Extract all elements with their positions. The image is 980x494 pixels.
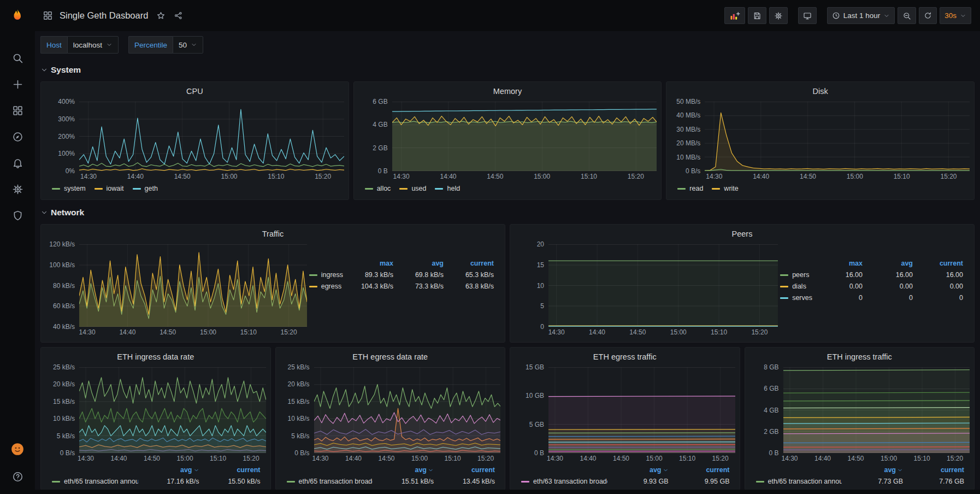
y-tick-label: 15 kB/s xyxy=(53,398,75,405)
variable-value-dropdown[interactable]: localhost xyxy=(67,36,119,54)
legend-header-max[interactable]: max xyxy=(812,260,863,267)
legend-item-held[interactable]: held xyxy=(435,185,460,192)
panel-title[interactable]: ETH ingress traffic xyxy=(749,351,970,364)
y-axis: 40 kB/s60 kB/s80 kB/s100 kB/s120 kB/s xyxy=(45,244,79,327)
panel-traffic: Traffic40 kB/s60 kB/s80 kB/s100 kB/s120 … xyxy=(40,224,505,343)
legend-header-avg[interactable]: avg xyxy=(842,466,903,474)
legend-series-name[interactable]: eth/65 transaction announcement xyxy=(756,478,842,485)
zoom-out-button[interactable] xyxy=(898,7,916,24)
clock-icon xyxy=(832,11,840,20)
legend-header-avg[interactable]: avg xyxy=(393,260,444,267)
y-tick-label: 5 kB/s xyxy=(291,432,309,440)
x-tick-label: 15:10 xyxy=(240,328,257,336)
x-tick-label: 15:00 xyxy=(221,173,237,180)
row-toggle-network[interactable]: Network xyxy=(40,204,975,221)
time-range-picker[interactable]: Last 1 hour xyxy=(827,7,895,24)
logo-icon xyxy=(10,8,25,23)
series-color-dash xyxy=(435,188,443,190)
legend-item-system[interactable]: system xyxy=(52,185,86,192)
legend-item-used[interactable]: used xyxy=(399,185,426,192)
panel-title[interactable]: ETH ingress data rate xyxy=(45,351,266,364)
legend-header-current[interactable]: current xyxy=(444,260,494,267)
sidebar-help-button[interactable] xyxy=(4,466,31,487)
legend-header-avg[interactable]: avg xyxy=(863,260,913,267)
legend-series-name[interactable]: ingress xyxy=(309,271,343,279)
eth-ingress-traffic-chart-canvas[interactable] xyxy=(783,367,970,453)
legend-header-current[interactable]: current xyxy=(903,466,964,474)
disk-chart-canvas[interactable] xyxy=(705,102,970,171)
share-button[interactable] xyxy=(172,9,185,22)
sidebar-apps-button[interactable] xyxy=(4,99,31,121)
legend-header-avg[interactable]: avg xyxy=(607,466,669,474)
sidebar-search-button[interactable] xyxy=(4,47,31,69)
sidebar-gear-button[interactable] xyxy=(4,178,31,200)
panel-cpu: CPU0%100%200%300%400%14:3014:4014:5015:0… xyxy=(40,81,349,200)
legend-value: 0 xyxy=(913,294,963,302)
legend-series-name[interactable]: egress xyxy=(309,283,343,290)
cpu-chart-canvas[interactable] xyxy=(79,102,344,171)
legend-series-name[interactable]: eth/65 transaction announcement xyxy=(52,478,138,485)
row-title: System xyxy=(51,65,81,75)
legend-item-geth[interactable]: geth xyxy=(133,185,158,192)
legend-label: system xyxy=(64,185,86,192)
dashboard-settings-button[interactable] xyxy=(769,7,788,24)
legend-series-name[interactable]: eth/63 transaction broadcast xyxy=(521,478,607,485)
eth-egress-data-rate-chart-canvas[interactable] xyxy=(314,367,501,453)
y-tick-label: 15 GB xyxy=(526,363,544,371)
row-toggle-system[interactable]: System xyxy=(40,62,975,78)
panel-title[interactable]: Memory xyxy=(358,85,657,98)
y-axis: 05101520 xyxy=(515,244,548,327)
refresh-interval-picker[interactable]: 30s xyxy=(940,7,971,24)
legend-series-name[interactable]: serves xyxy=(780,294,812,302)
series-color-dash xyxy=(309,274,317,276)
x-axis: 14:3014:4014:5015:0015:1015:20 xyxy=(705,171,970,182)
panel-title[interactable]: ETH egress data rate xyxy=(280,351,501,364)
refresh-button[interactable] xyxy=(919,7,937,24)
panel-title[interactable]: Peers xyxy=(515,228,970,241)
eth-egress-traffic-chart-canvas[interactable] xyxy=(548,367,735,453)
variable-value-dropdown[interactable]: 50 xyxy=(173,36,203,54)
x-tick-label: 14:30 xyxy=(393,173,410,180)
x-tick-label: 15:20 xyxy=(477,455,494,462)
legend-header-max[interactable]: max xyxy=(343,260,393,267)
panel-title[interactable]: ETH egress traffic xyxy=(515,351,735,364)
sidebar-avatar-button[interactable] xyxy=(4,438,31,460)
peers-chart-canvas[interactable] xyxy=(548,244,778,327)
legend-item-iowait[interactable]: iowait xyxy=(95,185,124,192)
legend-header-current[interactable]: current xyxy=(434,466,495,474)
legend-series-name[interactable]: peers xyxy=(780,271,812,279)
legend-series-name[interactable]: eth/65 transaction broadcast xyxy=(287,478,373,485)
legend-item-write[interactable]: write xyxy=(712,185,738,192)
y-tick-label: 4 GB xyxy=(764,407,778,414)
sidebar-bell-button[interactable] xyxy=(4,152,31,174)
y-tick-label: 0 B/s xyxy=(294,449,309,457)
panel-disk: Disk0 B/s10 MB/s20 MB/s30 MB/s40 MB/s50 … xyxy=(666,81,975,200)
panel-title[interactable]: Disk xyxy=(671,85,970,98)
panel-title[interactable]: Traffic xyxy=(45,228,500,241)
help-icon xyxy=(12,471,23,483)
grafana-logo[interactable] xyxy=(0,0,35,32)
sidebar-compass-button[interactable] xyxy=(4,126,31,148)
traffic-chart-canvas[interactable] xyxy=(79,244,307,327)
legend-header-current[interactable]: current xyxy=(669,466,730,474)
panel-title[interactable]: CPU xyxy=(45,85,344,98)
cycle-view-button[interactable] xyxy=(798,7,817,24)
memory-chart-canvas[interactable] xyxy=(392,102,657,171)
add-panel-button[interactable] xyxy=(724,7,745,24)
legend-header-avg[interactable]: avg xyxy=(373,466,434,474)
legend-item-alloc[interactable]: alloc xyxy=(365,185,391,192)
sidebar-shield-button[interactable] xyxy=(4,204,31,226)
x-tick-label: 14:30 xyxy=(78,455,94,462)
legend-table: avgcurrenteth/65 transaction announcemen… xyxy=(749,464,970,485)
legend-header-current[interactable]: current xyxy=(199,466,261,474)
legend-header-current[interactable]: current xyxy=(913,260,963,267)
save-dashboard-button[interactable] xyxy=(748,7,766,24)
sidebar-plus-button[interactable] xyxy=(4,73,31,95)
star-button[interactable] xyxy=(155,9,167,22)
legend-header-avg[interactable]: avg xyxy=(138,466,199,474)
x-tick-label: 14:30 xyxy=(79,328,96,336)
legend-item-read[interactable]: read xyxy=(677,185,703,192)
legend-series-name[interactable]: dials xyxy=(780,283,812,290)
eth-ingress-data-rate-chart-canvas[interactable] xyxy=(79,367,266,453)
panel-grid: ETH ingress data rate0 B/s5 kB/s10 kB/s1… xyxy=(40,347,975,490)
